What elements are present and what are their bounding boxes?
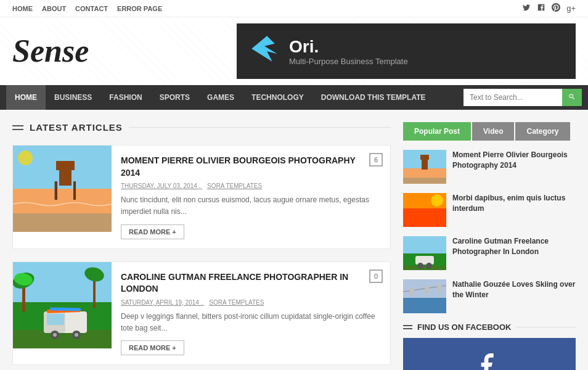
- main-content: LATEST ARTICLES: [12, 122, 391, 370]
- article-card: 6 MOMENT PIERRE OLIVIER BOURGEOIS PHOTOG…: [12, 145, 391, 249]
- nav-sports[interactable]: SPORTS: [151, 85, 198, 110]
- svg-rect-46: [437, 284, 442, 292]
- popular-thumb-2: [403, 193, 446, 227]
- svg-rect-45: [425, 286, 430, 293]
- content-wrap: LATEST ARTICLES: [0, 110, 588, 370]
- read-more-button-2[interactable]: READ MORE +: [121, 340, 184, 355]
- article-title[interactable]: MOMENT PIERRE OLIVIER BOURGEOIS PHOTOGRA…: [121, 155, 381, 179]
- popular-title-1[interactable]: Moment Pierre Olivier Bourgeois Photogra…: [452, 150, 576, 171]
- svg-point-9: [18, 150, 33, 165]
- svg-rect-3: [13, 213, 112, 232]
- tab-video[interactable]: Video: [472, 122, 514, 141]
- facebook-lines-icon: [403, 325, 412, 329]
- popular-thumb-1: [403, 150, 446, 184]
- nav-search: [463, 89, 582, 106]
- banner-brand: Ori.: [289, 37, 408, 57]
- article-author-2: SORA TEMPLATES: [209, 299, 264, 306]
- article-author: SORA TEMPLATES: [207, 183, 262, 189]
- article-date: THURSDAY, JULY 03, 2014: [121, 183, 197, 189]
- banner-content: Ori. Multi-Purpose Business Template: [289, 37, 408, 66]
- svg-rect-44: [409, 288, 414, 295]
- svg-rect-28: [403, 168, 446, 178]
- comment-badge: 6: [369, 153, 383, 166]
- article-dot: .: [199, 183, 203, 189]
- article-image-1: [13, 146, 112, 232]
- section-header: LATEST ARTICLES: [12, 122, 391, 133]
- popular-item-1: Moment Pierre Olivier Bourgeois Photogra…: [403, 150, 576, 184]
- top-nav-error[interactable]: ERROR PAGE: [117, 5, 162, 12]
- search-input[interactable]: [463, 89, 562, 106]
- popular-thumb-4: [403, 279, 446, 313]
- article-thumbnail: [13, 146, 112, 249]
- search-button[interactable]: [562, 89, 582, 106]
- svg-point-23: [75, 333, 78, 337]
- comment-badge-2: 0: [369, 269, 383, 283]
- popular-thumb-3: [403, 236, 446, 270]
- svg-point-40: [426, 263, 432, 269]
- pinterest-icon[interactable]: [552, 3, 560, 14]
- svg-rect-42: [403, 298, 446, 313]
- popular-item-4: Nathalie Gouzée Loves Skiing over the Wi…: [403, 279, 576, 313]
- svg-rect-6: [55, 181, 57, 200]
- nav-fashion[interactable]: FASHION: [100, 85, 150, 110]
- article-dot-2: .: [201, 299, 205, 306]
- svg-rect-31: [420, 155, 429, 160]
- popular-item-3: Caroline Gutman Freelance Photographer I…: [403, 236, 576, 270]
- svg-rect-29: [403, 178, 446, 184]
- banner-ad[interactable]: Ori. Multi-Purpose Business Template: [237, 23, 576, 79]
- article-image-2: [13, 262, 112, 348]
- googleplus-icon[interactable]: g+: [566, 4, 576, 13]
- logo-text: Sense: [12, 35, 89, 67]
- facebook-section-header: FIND US ON FACEBOOK: [403, 323, 576, 332]
- popular-title-3[interactable]: Caroline Gutman Freelance Photographer I…: [452, 236, 576, 257]
- popular-title-2[interactable]: Morbi dapibus, enim quis luctus interdum: [452, 193, 576, 214]
- svg-rect-2: [13, 189, 112, 213]
- article-meta-2: SATURDAY, APRIL 19, 2014 . SORA TEMPLATE…: [121, 299, 381, 306]
- svg-rect-24: [47, 314, 64, 325]
- tab-popular-post[interactable]: Popular Post: [403, 122, 471, 141]
- article-meta: THURSDAY, JULY 03, 2014 . SORA TEMPLATES: [121, 183, 381, 189]
- svg-rect-38: [415, 256, 434, 265]
- svg-marker-0: [251, 36, 277, 62]
- main-nav: HOME BUSINESS FASHION SPORTS GAMES TECHN…: [0, 85, 588, 110]
- popular-title-4[interactable]: Nathalie Gouzée Loves Skiing over the Wi…: [452, 279, 576, 300]
- twitter-icon[interactable]: [522, 3, 531, 14]
- article-excerpt-2: Deep v leggings flannel, bitters post-ir…: [121, 311, 381, 334]
- banner-bird-icon: [249, 33, 280, 70]
- nav-technology[interactable]: TECHNOLOGY: [243, 85, 312, 110]
- svg-rect-5: [56, 161, 75, 170]
- sidebar-tabs: Popular Post Video Category: [403, 122, 576, 141]
- sidebar: Popular Post Video Category Moment Pierr…: [403, 122, 576, 370]
- top-nav-contact[interactable]: CONTACT: [75, 5, 108, 12]
- read-more-button[interactable]: READ MORE +: [121, 224, 184, 239]
- section-lines-icon: [12, 125, 23, 130]
- logo[interactable]: Sense: [12, 35, 89, 67]
- facebook-section-title: FIND US ON FACEBOOK: [417, 323, 511, 332]
- svg-rect-35: [403, 236, 446, 253]
- svg-rect-26: [50, 307, 81, 311]
- svg-rect-37: [403, 266, 446, 270]
- article-excerpt: Nunc tincidunt, elit non cursus euismod,…: [121, 194, 381, 218]
- header: Sense Ori. Multi-Purpose Business Templa…: [0, 17, 588, 85]
- nav-games[interactable]: GAMES: [198, 85, 243, 110]
- tab-category[interactable]: Category: [515, 122, 570, 141]
- article-date-2: SATURDAY, APRIL 19, 2014: [121, 299, 199, 306]
- article-body-2: 0 CAROLINE GUTMAN FREELANCE PHOTOGRAPHER…: [112, 262, 390, 365]
- top-nav-about[interactable]: ABOUT: [42, 5, 66, 12]
- svg-point-34: [431, 194, 443, 207]
- banner-subtitle: Multi-Purpose Business Template: [289, 57, 408, 66]
- top-bar: HOME ABOUT CONTACT ERROR PAGE g+: [0, 0, 588, 17]
- article-body: 6 MOMENT PIERRE OLIVIER BOURGEOIS PHOTOG…: [112, 146, 390, 249]
- svg-rect-7: [73, 181, 76, 200]
- nav-home[interactable]: HOME: [6, 85, 46, 110]
- social-icons: g+: [522, 3, 576, 14]
- top-nav-home[interactable]: HOME: [12, 5, 33, 12]
- nav-business[interactable]: BUSINESS: [46, 85, 100, 110]
- svg-point-39: [417, 263, 423, 269]
- article-title-2[interactable]: CAROLINE GUTMAN FREELANCE PHOTOGRAPHER I…: [121, 271, 381, 295]
- popular-item-2: Morbi dapibus, enim quis luctus interdum: [403, 193, 576, 227]
- facebook-icon[interactable]: [537, 3, 545, 14]
- facebook-preview[interactable]: [403, 338, 576, 370]
- nav-download-template[interactable]: DOWNLOAD THIS TEMPLATE: [312, 85, 435, 110]
- article-thumbnail-2: [13, 262, 112, 365]
